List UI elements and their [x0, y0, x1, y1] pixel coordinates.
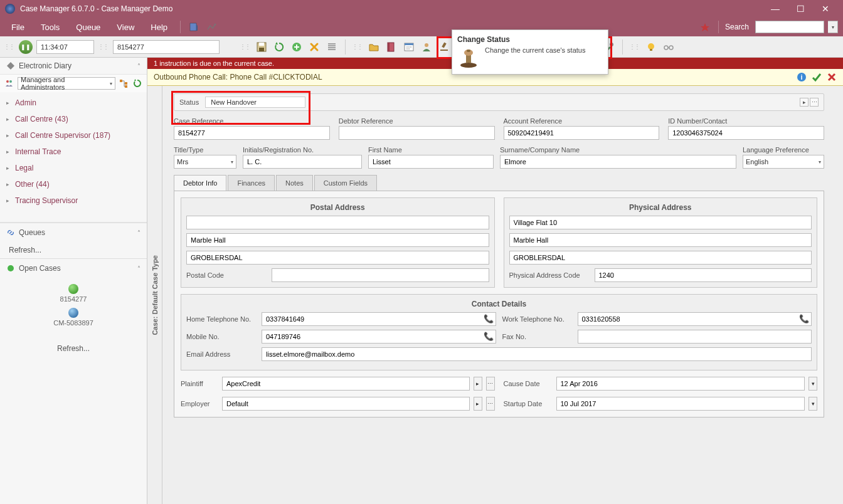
phone-icon[interactable]: 📞: [484, 314, 494, 323]
date-dropdown[interactable]: ▾: [809, 377, 817, 391]
physical-line1[interactable]: [509, 216, 812, 229]
physical-line2[interactable]: [509, 233, 812, 247]
menu-tools[interactable]: Tools: [34, 20, 66, 34]
svg-point-12: [425, 43, 428, 47]
tree-item-itrace[interactable]: ▸Internal Trace: [0, 144, 147, 160]
startup-date-input[interactable]: [556, 397, 805, 411]
bulb-icon[interactable]: [644, 40, 658, 54]
tree-item-ccsupervisor[interactable]: ▸Call Centre Supervisor (187): [0, 127, 147, 144]
tree-item-admin[interactable]: ▸Admin: [0, 95, 147, 111]
date-dropdown[interactable]: ▾: [809, 397, 817, 411]
input-case-ref[interactable]: [174, 126, 330, 140]
input-surname[interactable]: [500, 155, 736, 169]
menu-view[interactable]: View: [110, 20, 140, 34]
book-icon[interactable]: [384, 40, 398, 54]
tab-notes[interactable]: Notes: [276, 175, 313, 191]
menu-queue[interactable]: Queue: [70, 20, 107, 34]
tab-debtor-info[interactable]: Debtor Info: [174, 175, 226, 191]
close-red-icon[interactable]: [827, 72, 837, 82]
select-title[interactable]: Mrs▾: [174, 155, 236, 169]
input-debtor-ref[interactable]: [339, 126, 495, 140]
close-button[interactable]: ✕: [813, 0, 838, 18]
menu-file[interactable]: File: [5, 20, 31, 34]
svg-rect-5: [259, 48, 264, 51]
search-input[interactable]: [755, 21, 824, 33]
case-status-green-icon[interactable]: [68, 284, 78, 294]
grip: ⋮⋮: [352, 43, 362, 50]
phone-icon[interactable]: 📞: [484, 332, 494, 341]
search-dropdown[interactable]: ▾: [828, 21, 838, 33]
nav-prev[interactable]: ▸: [800, 98, 809, 107]
folder-icon[interactable]: [367, 40, 381, 54]
maximize-button[interactable]: ☐: [788, 0, 813, 18]
chevron-up-icon[interactable]: ˄: [137, 265, 140, 272]
notify-icon[interactable]: [698, 20, 712, 34]
nav-more[interactable]: ⋯: [810, 98, 819, 107]
menu-icon-2[interactable]: [204, 20, 218, 34]
chevron-up-icon[interactable]: ˄: [137, 63, 140, 70]
postal-line1[interactable]: [186, 216, 489, 229]
list-icon[interactable]: [325, 40, 339, 54]
postal-line2[interactable]: [186, 233, 489, 247]
postal-line3[interactable]: [186, 251, 489, 265]
input-idnum[interactable]: [668, 126, 824, 140]
input-acct-ref[interactable]: [504, 126, 660, 140]
input-fname[interactable]: [368, 155, 494, 169]
tree-item-callcentre[interactable]: ▸Call Centre (43): [0, 111, 147, 127]
contact-panel: Contact Details Home Telephone No. 📞 Wor…: [181, 294, 817, 370]
lookup-arrow[interactable]: ▸: [474, 397, 482, 411]
physical-code[interactable]: [595, 268, 812, 282]
open-case-1[interactable]: 8154277: [0, 295, 147, 303]
lookup-more[interactable]: ⋯: [486, 397, 495, 411]
sidebar-section-queues[interactable]: Queues ˄: [0, 223, 147, 242]
queues-refresh[interactable]: Refresh...: [0, 242, 147, 258]
save-icon[interactable]: [255, 40, 268, 54]
tree-icon[interactable]: [118, 78, 129, 89]
phone-icon[interactable]: 📞: [799, 314, 809, 323]
lookup-more[interactable]: ⋯: [486, 377, 495, 391]
mobile-input[interactable]: [262, 330, 496, 344]
check-icon[interactable]: [812, 72, 822, 82]
email-input[interactable]: [262, 347, 812, 361]
delete-icon[interactable]: [307, 40, 321, 54]
lookup-arrow[interactable]: ▸: [474, 377, 482, 391]
role-combo[interactable]: Managers and Administrators ▾: [18, 77, 115, 90]
tree-item-tsupervisor[interactable]: ▸Tracing Supervisor: [0, 192, 147, 209]
call-bar-text: Outbound Phone Call: Phone Call #CLICKTO…: [154, 73, 322, 81]
employer-input[interactable]: [222, 397, 470, 411]
cases-refresh[interactable]: Refresh...: [0, 342, 147, 355]
postal-code[interactable]: [272, 268, 489, 282]
queues-label: Queues: [19, 228, 45, 237]
add-icon[interactable]: [290, 40, 304, 54]
case-status-blue-icon[interactable]: [68, 308, 78, 318]
fax-input[interactable]: [578, 330, 812, 344]
minimize-button[interactable]: —: [763, 0, 788, 18]
play-button[interactable]: ❚❚: [19, 40, 33, 54]
tree-item-legal[interactable]: ▸Legal: [0, 160, 147, 176]
refresh-mini-icon[interactable]: [132, 78, 143, 89]
open-case-2[interactable]: CM-5083897: [0, 319, 147, 327]
plaintiff-input[interactable]: [222, 377, 470, 391]
work-tel-input[interactable]: [578, 312, 812, 326]
glasses-icon[interactable]: [662, 40, 676, 54]
select-lang[interactable]: English▾: [743, 155, 824, 169]
menu-help[interactable]: Help: [144, 20, 174, 34]
home-tel-input[interactable]: [262, 312, 496, 326]
physical-line3[interactable]: [509, 251, 812, 265]
vertical-tab[interactable]: Case: Default Case Type: [147, 86, 162, 504]
info-icon[interactable]: i: [797, 72, 807, 82]
sidebar-section-diary[interactable]: Electronic Diary ˄: [0, 58, 147, 74]
tree-item-other[interactable]: ▸Other (44): [0, 176, 147, 192]
input-initials[interactable]: [243, 155, 362, 169]
user-icon[interactable]: [420, 40, 433, 54]
menu-icon-1[interactable]: [187, 20, 201, 34]
chevron-up-icon[interactable]: ˄: [137, 229, 140, 236]
cause-date-input[interactable]: [556, 377, 805, 391]
tooltip-desc: Change the current case's status: [485, 46, 585, 54]
gavel-icon[interactable]: [437, 40, 451, 54]
refresh-icon[interactable]: [272, 40, 286, 54]
tab-custom-fields[interactable]: Custom Fields: [314, 175, 377, 191]
calendar-icon[interactable]: [402, 40, 416, 54]
sidebar-section-open-cases[interactable]: Open Cases ˄: [0, 259, 147, 278]
tab-finances[interactable]: Finances: [228, 175, 275, 191]
